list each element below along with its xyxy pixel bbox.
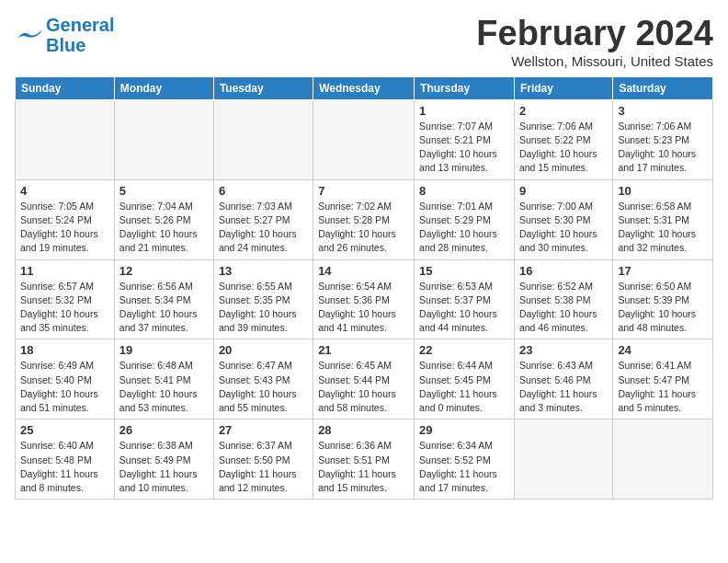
day-number: 16 [519,264,608,278]
calendar-cell: 28Sunrise: 6:36 AMSunset: 5:51 PMDayligh… [313,419,415,500]
day-number: 13 [219,264,308,278]
day-number: 14 [318,264,409,278]
day-number: 24 [618,343,708,357]
calendar-cell: 7Sunrise: 7:02 AMSunset: 5:28 PMDaylight… [313,179,415,259]
title-area: February 2024 Wellston, Missouri, United… [476,15,713,69]
day-info: Sunrise: 7:02 AMSunset: 5:28 PMDaylight:… [318,200,409,256]
calendar-table: SundayMondayTuesdayWednesdayThursdayFrid… [15,76,713,500]
logo-icon [15,28,42,44]
day-number: 18 [20,343,109,357]
calendar-cell: 6Sunrise: 7:03 AMSunset: 5:27 PMDaylight… [213,179,313,259]
day-number: 5 [119,184,209,198]
calendar-cell [114,99,213,179]
calendar-cell: 8Sunrise: 7:01 AMSunset: 5:29 PMDaylight… [415,179,515,259]
calendar-week-row: 25Sunrise: 6:40 AMSunset: 5:48 PMDayligh… [16,419,713,500]
calendar-cell: 22Sunrise: 6:44 AMSunset: 5:45 PMDayligh… [415,339,515,419]
day-number: 15 [419,264,509,278]
day-info: Sunrise: 6:48 AMSunset: 5:41 PMDaylight:… [119,359,209,415]
day-number: 2 [519,104,608,118]
day-number: 27 [219,423,308,437]
day-number: 11 [20,264,109,278]
calendar-cell: 17Sunrise: 6:50 AMSunset: 5:39 PMDayligh… [613,259,713,339]
weekday-header-saturday: Saturday [613,76,713,99]
day-number: 10 [618,184,708,198]
day-number: 12 [119,264,209,278]
day-info: Sunrise: 6:52 AMSunset: 5:38 PMDaylight:… [519,280,608,336]
calendar-cell [213,99,313,179]
day-number: 20 [219,343,308,357]
day-number: 17 [618,264,708,278]
calendar-cell: 3Sunrise: 7:06 AMSunset: 5:23 PMDaylight… [613,99,713,179]
calendar-cell: 11Sunrise: 6:57 AMSunset: 5:32 PMDayligh… [16,259,115,339]
calendar-cell: 25Sunrise: 6:40 AMSunset: 5:48 PMDayligh… [16,419,115,500]
day-info: Sunrise: 7:01 AMSunset: 5:29 PMDaylight:… [419,200,509,256]
day-info: Sunrise: 6:44 AMSunset: 5:45 PMDaylight:… [419,359,509,415]
calendar-cell: 29Sunrise: 6:34 AMSunset: 5:52 PMDayligh… [415,419,515,500]
logo-line2: Blue [46,35,85,55]
calendar-cell: 23Sunrise: 6:43 AMSunset: 5:46 PMDayligh… [514,339,612,419]
calendar-cell [514,419,612,500]
calendar-cell: 18Sunrise: 6:49 AMSunset: 5:40 PMDayligh… [16,339,115,419]
day-info: Sunrise: 6:47 AMSunset: 5:43 PMDaylight:… [219,359,308,415]
day-info: Sunrise: 6:56 AMSunset: 5:34 PMDaylight:… [119,280,209,336]
calendar-cell: 21Sunrise: 6:45 AMSunset: 5:44 PMDayligh… [313,339,415,419]
weekday-header-friday: Friday [514,76,612,99]
logo: General Blue [15,15,114,55]
day-info: Sunrise: 6:40 AMSunset: 5:48 PMDaylight:… [20,439,109,495]
day-info: Sunrise: 6:36 AMSunset: 5:51 PMDaylight:… [318,439,409,495]
logo-text: General Blue [46,15,114,55]
calendar-cell: 27Sunrise: 6:37 AMSunset: 5:50 PMDayligh… [213,419,313,500]
day-info: Sunrise: 6:49 AMSunset: 5:40 PMDaylight:… [20,359,109,415]
day-number: 29 [419,423,509,437]
calendar-week-row: 1Sunrise: 7:07 AMSunset: 5:21 PMDaylight… [16,99,713,179]
location-text: Wellston, Missouri, United States [476,53,713,69]
calendar-cell: 10Sunrise: 6:58 AMSunset: 5:31 PMDayligh… [613,179,713,259]
day-info: Sunrise: 6:37 AMSunset: 5:50 PMDaylight:… [219,439,308,495]
day-info: Sunrise: 7:07 AMSunset: 5:21 PMDaylight:… [419,120,509,176]
day-number: 21 [318,343,409,357]
day-info: Sunrise: 7:06 AMSunset: 5:22 PMDaylight:… [519,120,608,176]
day-info: Sunrise: 7:03 AMSunset: 5:27 PMDaylight:… [219,200,308,256]
day-info: Sunrise: 6:53 AMSunset: 5:37 PMDaylight:… [419,280,509,336]
calendar-cell: 20Sunrise: 6:47 AMSunset: 5:43 PMDayligh… [213,339,313,419]
weekday-header-monday: Monday [114,76,213,99]
calendar-cell [16,99,115,179]
calendar-cell: 5Sunrise: 7:04 AMSunset: 5:26 PMDaylight… [114,179,213,259]
weekday-header-row: SundayMondayTuesdayWednesdayThursdayFrid… [16,76,713,99]
calendar-cell [613,419,713,500]
logo-line1: General [46,15,114,35]
calendar-cell [313,99,415,179]
day-number: 7 [318,184,409,198]
month-title: February 2024 [476,15,713,53]
day-info: Sunrise: 6:54 AMSunset: 5:36 PMDaylight:… [318,280,409,336]
calendar-cell: 15Sunrise: 6:53 AMSunset: 5:37 PMDayligh… [415,259,515,339]
weekday-header-wednesday: Wednesday [313,76,415,99]
calendar-cell: 9Sunrise: 7:00 AMSunset: 5:30 PMDaylight… [514,179,612,259]
day-number: 9 [519,184,608,198]
weekday-header-tuesday: Tuesday [213,76,313,99]
day-info: Sunrise: 6:43 AMSunset: 5:46 PMDaylight:… [519,359,608,415]
day-info: Sunrise: 7:00 AMSunset: 5:30 PMDaylight:… [519,200,608,256]
day-number: 6 [219,184,308,198]
day-info: Sunrise: 6:55 AMSunset: 5:35 PMDaylight:… [219,280,308,336]
calendar-cell: 2Sunrise: 7:06 AMSunset: 5:22 PMDaylight… [514,99,612,179]
day-info: Sunrise: 6:38 AMSunset: 5:49 PMDaylight:… [119,439,209,495]
day-info: Sunrise: 6:34 AMSunset: 5:52 PMDaylight:… [419,439,509,495]
calendar-cell: 14Sunrise: 6:54 AMSunset: 5:36 PMDayligh… [313,259,415,339]
day-number: 1 [419,104,509,118]
day-number: 23 [519,343,608,357]
day-number: 4 [20,184,109,198]
calendar-cell: 13Sunrise: 6:55 AMSunset: 5:35 PMDayligh… [213,259,313,339]
day-number: 3 [618,104,708,118]
calendar-cell: 4Sunrise: 7:05 AMSunset: 5:24 PMDaylight… [16,179,115,259]
calendar-cell: 1Sunrise: 7:07 AMSunset: 5:21 PMDaylight… [415,99,515,179]
day-number: 26 [119,423,209,437]
day-info: Sunrise: 7:06 AMSunset: 5:23 PMDaylight:… [618,120,708,176]
calendar-cell: 12Sunrise: 6:56 AMSunset: 5:34 PMDayligh… [114,259,213,339]
day-info: Sunrise: 7:04 AMSunset: 5:26 PMDaylight:… [119,200,209,256]
day-number: 22 [419,343,509,357]
calendar-cell: 26Sunrise: 6:38 AMSunset: 5:49 PMDayligh… [114,419,213,500]
day-info: Sunrise: 6:50 AMSunset: 5:39 PMDaylight:… [618,280,708,336]
calendar-cell: 16Sunrise: 6:52 AMSunset: 5:38 PMDayligh… [514,259,612,339]
calendar-week-row: 18Sunrise: 6:49 AMSunset: 5:40 PMDayligh… [16,339,713,419]
